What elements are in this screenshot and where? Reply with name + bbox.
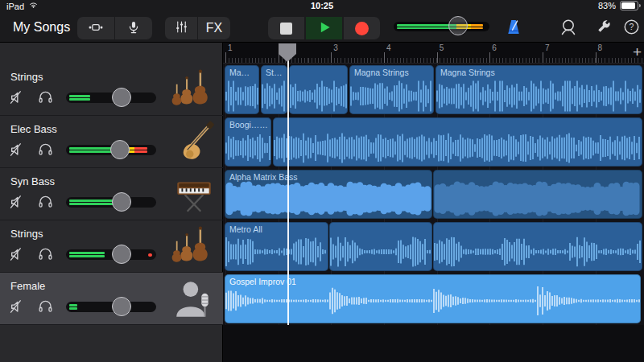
toolbar: My Songs FX <box>0 13 644 43</box>
region-label: Metro All <box>229 224 262 234</box>
battery-percent: 83% <box>598 1 616 10</box>
track-name: Elec Bass <box>10 123 57 135</box>
fx-button[interactable]: FX <box>198 17 230 39</box>
volume-meter-left <box>397 24 483 27</box>
track-name: Strings <box>10 71 43 83</box>
mute-speaker-icon <box>8 97 27 109</box>
level-meter-right <box>69 255 105 257</box>
solo-button[interactable] <box>34 88 56 108</box>
waveform <box>349 80 434 113</box>
track-volume-knob[interactable] <box>112 192 131 212</box>
audio-region[interactable]: Magna Strings <box>436 65 642 114</box>
stop-icon <box>280 23 292 35</box>
region-label: Strings <box>266 68 284 77</box>
audio-region[interactable]: Alpha Matrix Bass <box>225 170 432 219</box>
my-songs-button[interactable]: My Songs <box>8 19 75 35</box>
track-volume-slider[interactable] <box>66 302 156 312</box>
help-button[interactable]: ? <box>618 17 644 39</box>
mixer-sliders-icon <box>174 19 189 37</box>
loop-browser-icon <box>559 18 578 39</box>
mute-speaker-icon <box>8 253 27 265</box>
record-input-button[interactable] <box>115 17 152 39</box>
electric-bass-icon <box>171 120 217 165</box>
stop-button[interactable] <box>268 17 304 39</box>
track-volume-knob[interactable] <box>112 297 131 316</box>
level-meter-right <box>69 150 147 153</box>
audio-region[interactable]: Boogi…ss 01 <box>225 117 271 167</box>
loop-browser-button[interactable] <box>555 17 581 39</box>
audio-region[interactable]: Metro All <box>225 222 328 271</box>
timeline-row-elec-bass: Boogi…ss 01 <box>223 116 644 168</box>
solo-button[interactable] <box>34 141 56 160</box>
mute-button[interactable] <box>6 245 29 265</box>
level-meter-left <box>69 95 90 97</box>
audio-region[interactable]: Strings <box>261 65 287 114</box>
track-volume-knob[interactable] <box>110 140 130 159</box>
track-header-strings[interactable]: Strings <box>0 220 223 273</box>
settings-button[interactable] <box>590 17 616 39</box>
add-track-button[interactable]: + <box>633 43 642 62</box>
headphones-icon <box>37 200 54 212</box>
master-volume-knob[interactable] <box>448 16 468 35</box>
solo-button[interactable] <box>34 245 56 265</box>
level-meter-right <box>69 98 90 101</box>
waveform <box>225 234 328 269</box>
waveform <box>225 180 432 217</box>
mute-speaker-icon <box>8 149 27 161</box>
mute-button[interactable] <box>6 141 29 160</box>
track-name: Female <box>10 280 45 292</box>
track-view-button[interactable] <box>77 17 114 39</box>
mute-button[interactable] <box>6 298 29 317</box>
track-volume-knob[interactable] <box>112 245 131 264</box>
solo-button[interactable] <box>34 193 56 212</box>
solo-button[interactable] <box>34 298 56 317</box>
headphones-icon <box>37 148 54 160</box>
region-label: Magna Strings <box>354 68 409 77</box>
track-header-female[interactable]: Female <box>0 273 223 325</box>
audio-region[interactable] <box>433 170 642 219</box>
waveform <box>225 281 641 321</box>
string-section-icon <box>171 68 217 113</box>
play-icon <box>316 19 332 38</box>
audio-region[interactable] <box>289 65 348 114</box>
mute-button[interactable] <box>6 88 29 108</box>
waveform <box>433 234 642 269</box>
track-volume-slider[interactable] <box>66 145 156 155</box>
microphone-icon <box>126 19 142 38</box>
mixer-button[interactable] <box>165 17 197 39</box>
audio-region[interactable]: Gospel Improv 01 <box>225 274 641 323</box>
timeline-row-syn-bass: Alpha Matrix Bass <box>223 168 644 220</box>
record-button[interactable] <box>344 17 380 39</box>
audio-region[interactable] <box>273 117 642 167</box>
level-meter-left <box>69 304 77 306</box>
synthesizer-icon <box>171 172 217 217</box>
clock: 10:25 <box>0 1 644 10</box>
track-volume-slider[interactable] <box>66 197 156 208</box>
audio-region[interactable] <box>433 222 642 271</box>
level-meter-left <box>69 147 147 150</box>
waveform <box>225 80 259 113</box>
track-header-elec-bass[interactable]: Elec Bass <box>0 116 223 168</box>
mute-button[interactable] <box>6 193 29 212</box>
svg-text:?: ? <box>629 22 634 31</box>
audio-region[interactable]: Ma…gs <box>225 65 259 114</box>
track-volume-slider[interactable] <box>66 249 156 260</box>
timeline-row-strings: Ma…gs Strings Magna Strings Magna String… <box>223 64 644 116</box>
master-volume-slider[interactable] <box>394 22 489 31</box>
audio-region[interactable]: Magna Strings <box>349 65 434 114</box>
track-volume-knob[interactable] <box>112 88 131 107</box>
waveform <box>273 130 642 166</box>
track-volume-slider[interactable] <box>66 93 156 103</box>
track-header-syn-bass[interactable]: Syn Bass <box>0 168 223 220</box>
ruler-bar-number: 5 <box>440 43 444 52</box>
mute-speaker-icon <box>8 306 27 318</box>
battery-icon <box>620 1 638 10</box>
audio-region[interactable] <box>329 222 432 271</box>
track-header-column: Strings Elec Bass <box>0 43 223 362</box>
level-meter-right <box>69 203 117 205</box>
metronome-button[interactable] <box>499 17 528 39</box>
region-rows: Ma…gs Strings Magna Strings Magna String… <box>223 64 644 325</box>
garageband-window: iPad 10:25 83% My Songs FX <box>0 0 644 362</box>
track-header-strings[interactable]: Strings <box>0 64 223 116</box>
play-button[interactable] <box>306 17 342 39</box>
